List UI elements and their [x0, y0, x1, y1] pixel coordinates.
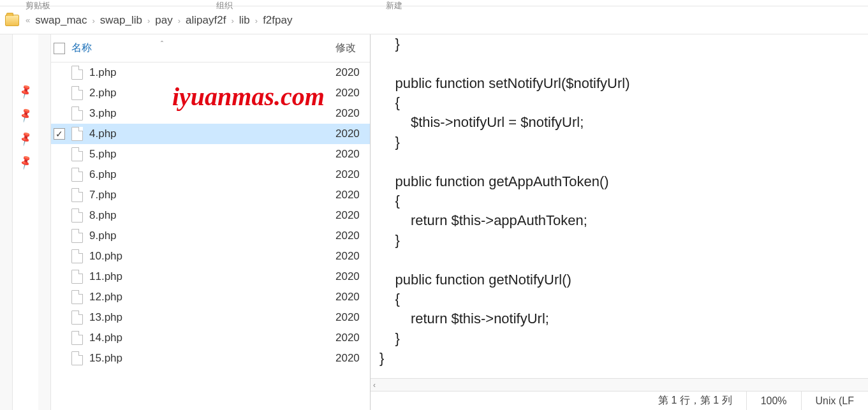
file-icon	[71, 209, 83, 223]
breadcrumb-item-alipayf2f[interactable]: alipayf2f	[183, 13, 228, 27]
status-encoding[interactable]: Unix (LF	[801, 392, 868, 410]
file-icon	[71, 229, 83, 243]
breadcrumb-item-swap_lib[interactable]: swap_lib	[98, 13, 145, 27]
file-icon	[71, 66, 83, 80]
file-date: 2020	[335, 332, 367, 344]
code-content[interactable]: } public function setNotifyUrl($notifyUr…	[371, 34, 868, 378]
file-row[interactable]: 9.php2020	[51, 226, 370, 246]
column-header-name[interactable]: 名称 ˆ	[71, 41, 335, 55]
file-icon	[71, 351, 83, 365]
file-date: 2020	[335, 168, 367, 181]
ribbon-group-clipboard: 剪贴板	[0, 0, 76, 6]
file-row[interactable]: 11.php2020	[51, 267, 370, 287]
file-row[interactable]: 7.php2020	[51, 185, 370, 205]
column-header-name-label: 名称	[71, 42, 92, 53]
file-row[interactable]: 3.php2020	[51, 103, 370, 124]
chevron-right-icon: ›	[147, 16, 150, 26]
file-name: 8.php	[89, 209, 335, 222]
chevron-right-icon: ›	[92, 16, 95, 26]
chevron-right-icon: ›	[178, 16, 180, 26]
pin-icon[interactable]: 📌	[17, 83, 34, 99]
file-row[interactable]: 14.php2020	[51, 328, 370, 348]
breadcrumb[interactable]: « swap_mac›swap_lib›pay›alipayf2f›lib›f2…	[0, 6, 868, 34]
file-icon	[71, 249, 83, 263]
file-name: 10.php	[89, 250, 335, 263]
file-date: 2020	[335, 352, 367, 365]
file-date: 2020	[335, 270, 367, 283]
file-name: 3.php	[89, 107, 335, 120]
sort-indicator-icon: ˆ	[161, 40, 163, 49]
file-name: 1.php	[89, 66, 335, 79]
pin-icon[interactable]: 📌	[17, 130, 34, 147]
file-name: 14.php	[89, 332, 335, 344]
file-date: 2020	[335, 189, 367, 201]
file-icon	[71, 168, 83, 182]
file-name: 15.php	[89, 352, 335, 365]
ribbon-group-new: 新建	[360, 0, 428, 6]
file-row[interactable]: 15.php2020	[51, 348, 370, 369]
file-date: 2020	[335, 311, 367, 324]
file-row[interactable]: 6.php2020	[51, 165, 370, 185]
nav-rail-collapsed	[0, 34, 13, 410]
ribbon-group-organize: 组织	[191, 0, 258, 6]
chevron-right-icon: ›	[231, 16, 233, 26]
quick-access-pins: 📌📌📌📌	[13, 34, 38, 410]
file-list-header[interactable]: 名称 ˆ 修改	[51, 34, 370, 62]
text-editor-pane: } public function setNotifyUrl($notifyUr…	[370, 34, 868, 410]
file-row[interactable]: 5.php2020	[51, 144, 370, 165]
file-row[interactable]: 2.php2020	[51, 83, 370, 103]
file-name: 9.php	[89, 230, 335, 242]
file-list-panel: 名称 ˆ 修改 iyuanmas.com 1.php20202.php20203…	[51, 34, 370, 410]
status-zoom[interactable]: 100%	[746, 392, 801, 410]
file-date: 2020	[335, 250, 367, 263]
ribbon-tabs-strip: 剪贴板 组织 新建	[0, 0, 868, 6]
file-date: 2020	[335, 128, 367, 140]
file-name: 6.php	[89, 168, 335, 181]
file-icon	[71, 106, 83, 121]
file-row[interactable]: 4.php2020	[51, 124, 370, 144]
editor-statusbar: 第 1 行，第 1 列 100% Unix (LF	[371, 391, 868, 410]
scroll-left-icon[interactable]: ‹	[373, 381, 376, 390]
file-name: 7.php	[89, 189, 335, 201]
file-date: 2020	[335, 148, 367, 161]
file-icon	[71, 270, 83, 284]
file-icon	[71, 290, 83, 304]
file-date: 2020	[335, 87, 367, 99]
file-list-body: iyuanmas.com 1.php20202.php20203.php2020…	[51, 62, 370, 410]
file-icon	[71, 127, 83, 141]
chevron-right-icon: ›	[255, 16, 258, 26]
file-date: 2020	[335, 230, 367, 242]
file-date: 2020	[335, 107, 367, 120]
file-icon	[71, 188, 83, 202]
breadcrumb-item-f2fpay[interactable]: f2fpay	[260, 13, 295, 27]
row-checkbox[interactable]	[54, 128, 65, 140]
file-row[interactable]: 8.php2020	[51, 205, 370, 226]
file-icon	[71, 311, 83, 325]
folder-icon	[5, 15, 19, 26]
horizontal-scrollbar[interactable]: ‹	[371, 378, 868, 391]
file-icon	[71, 331, 83, 345]
file-name: 12.php	[89, 291, 335, 304]
file-row[interactable]: 13.php2020	[51, 307, 370, 328]
pin-icon[interactable]: 📌	[17, 106, 34, 123]
file-icon	[71, 147, 83, 161]
file-name: 13.php	[89, 311, 335, 324]
pin-icon[interactable]: 📌	[17, 154, 34, 170]
file-name: 11.php	[89, 270, 335, 283]
breadcrumb-item-pay[interactable]: pay	[152, 13, 175, 27]
file-date: 2020	[335, 66, 367, 79]
file-name: 4.php	[89, 128, 335, 140]
file-row[interactable]: 1.php2020	[51, 62, 370, 83]
file-name: 5.php	[89, 148, 335, 161]
file-row[interactable]: 12.php2020	[51, 287, 370, 307]
file-icon	[71, 86, 83, 100]
column-header-date[interactable]: 修改	[335, 41, 367, 55]
breadcrumb-item-swap_mac[interactable]: swap_mac	[33, 13, 89, 27]
file-name: 2.php	[89, 87, 335, 99]
breadcrumb-item-lib[interactable]: lib	[237, 13, 253, 27]
file-date: 2020	[335, 209, 367, 222]
row-checkbox-wrap	[54, 128, 71, 140]
select-all-checkbox[interactable]	[54, 43, 65, 54]
file-row[interactable]: 10.php2020	[51, 246, 370, 267]
status-cursor-position[interactable]: 第 1 行，第 1 列	[644, 392, 746, 410]
